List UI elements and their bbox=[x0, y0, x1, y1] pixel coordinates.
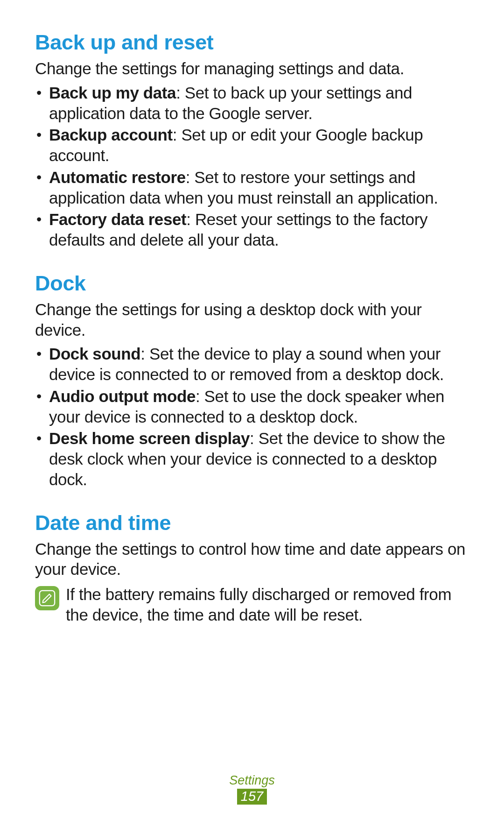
page-number: 157 bbox=[237, 789, 267, 805]
heading-date-time: Date and time bbox=[35, 511, 469, 535]
list-item: Factory data reset: Reset your settings … bbox=[35, 209, 469, 250]
heading-dock: Dock bbox=[35, 271, 469, 296]
desc-dock: Change the settings for using a desktop … bbox=[35, 299, 469, 340]
section-date-time: Date and time Change the settings to con… bbox=[35, 511, 469, 625]
item-label: Factory data reset bbox=[49, 210, 186, 228]
list-item: Audio output mode: Set to use the dock s… bbox=[35, 386, 469, 427]
item-label: Back up my data bbox=[49, 84, 176, 102]
list-item: Desk home screen display: Set the device… bbox=[35, 428, 469, 489]
svg-rect-0 bbox=[40, 591, 55, 606]
section-backup-reset: Back up and reset Change the settings fo… bbox=[35, 30, 469, 250]
page-footer: Settings 157 bbox=[0, 773, 504, 805]
footer-section-label: Settings bbox=[0, 773, 504, 788]
note-icon bbox=[35, 586, 59, 610]
item-label: Desk home screen display bbox=[49, 429, 250, 447]
item-label: Audio output mode bbox=[49, 387, 196, 405]
section-dock: Dock Change the settings for using a des… bbox=[35, 271, 469, 490]
note-row: If the battery remains fully discharged … bbox=[35, 584, 469, 625]
list-dock: Dock sound: Set the device to play a sou… bbox=[35, 344, 469, 489]
list-backup-reset: Back up my data: Set to back up your set… bbox=[35, 83, 469, 250]
list-item: Dock sound: Set the device to play a sou… bbox=[35, 344, 469, 385]
item-label: Backup account bbox=[49, 126, 173, 144]
heading-backup-reset: Back up and reset bbox=[35, 30, 469, 55]
item-label: Dock sound bbox=[49, 345, 140, 363]
list-item: Automatic restore: Set to restore your s… bbox=[35, 167, 469, 208]
note-text: If the battery remains fully discharged … bbox=[66, 584, 469, 625]
list-item: Backup account: Set up or edit your Goog… bbox=[35, 125, 469, 166]
desc-date-time: Change the settings to control how time … bbox=[35, 539, 469, 580]
pencil-note-icon bbox=[38, 589, 56, 607]
desc-backup-reset: Change the settings for managing setting… bbox=[35, 58, 469, 79]
list-item: Back up my data: Set to back up your set… bbox=[35, 83, 469, 124]
item-label: Automatic restore bbox=[49, 168, 186, 186]
